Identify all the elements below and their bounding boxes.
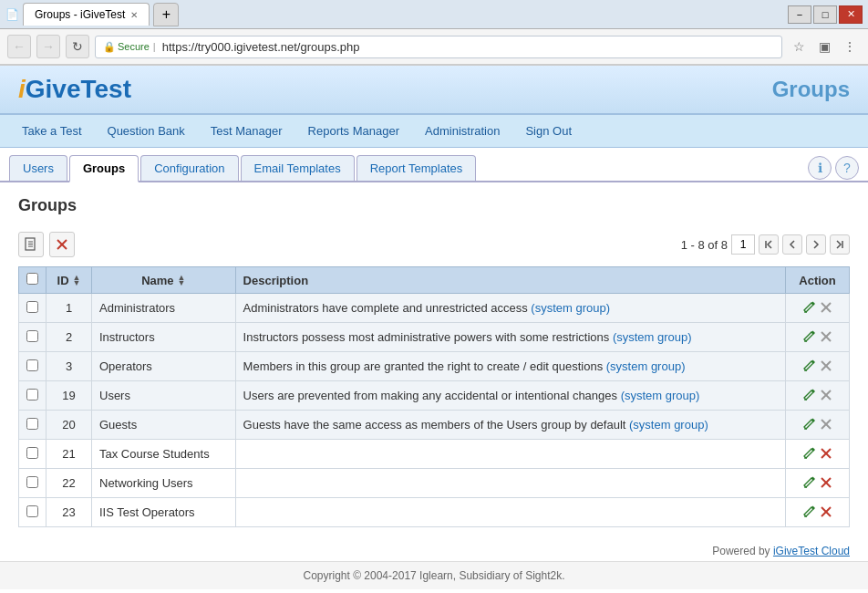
edit-btn[interactable] xyxy=(802,505,817,521)
close-btn[interactable]: ✕ xyxy=(839,5,863,24)
pagination: 1 - 8 of 8 xyxy=(681,234,850,255)
delete-btn[interactable] xyxy=(820,389,832,404)
tab-email-templates[interactable]: Email Templates xyxy=(241,155,355,181)
col-header-id: ID ▲▼ xyxy=(46,267,92,294)
cast-icon[interactable]: ▣ xyxy=(813,36,835,57)
select-all-checkbox[interactable] xyxy=(26,273,38,285)
row-checkbox[interactable] xyxy=(26,301,38,313)
active-tab[interactable]: Groups - iGiveTest ✕ xyxy=(23,3,150,26)
row-checkbox[interactable] xyxy=(26,447,38,459)
row-name: Instructors xyxy=(92,323,236,352)
delete-btn[interactable] xyxy=(820,359,832,375)
nav-question-bank[interactable]: Question Bank xyxy=(95,115,198,147)
address-actions: ☆ ▣ ⋮ xyxy=(788,36,861,57)
delete-btn[interactable] xyxy=(820,476,832,492)
edit-btn[interactable] xyxy=(802,389,817,404)
first-page-btn[interactable] xyxy=(759,234,779,255)
row-id: 1 xyxy=(46,294,92,323)
row-description: Administrators have complete and unrestr… xyxy=(235,294,785,323)
row-id: 3 xyxy=(46,352,92,381)
tab-close-btn[interactable]: ✕ xyxy=(130,10,138,20)
new-tab-btn[interactable]: + xyxy=(153,3,179,26)
row-actions xyxy=(786,411,850,440)
row-name: Users xyxy=(92,381,236,411)
tab-users[interactable]: Users xyxy=(9,155,67,181)
page-header: i GiveTest Groups xyxy=(0,66,868,115)
back-btn[interactable]: ← xyxy=(7,35,31,58)
forward-btn[interactable]: → xyxy=(36,35,60,58)
delete-btn[interactable] xyxy=(820,301,832,317)
secure-indicator: 🔒 Secure | xyxy=(103,41,158,53)
main-nav: Take a Test Question Bank Test Manager R… xyxy=(0,115,868,148)
edit-btn[interactable] xyxy=(802,418,817,433)
refresh-btn[interactable]: ↻ xyxy=(66,35,89,58)
last-page-btn[interactable] xyxy=(830,234,850,255)
edit-btn[interactable] xyxy=(802,476,817,492)
delete-selected-btn[interactable] xyxy=(49,232,75,257)
row-name: Tax Course Students xyxy=(92,440,236,469)
new-group-btn[interactable] xyxy=(18,232,44,257)
table-row: 23IIS Test Operators xyxy=(19,498,850,527)
next-page-btn[interactable] xyxy=(806,234,826,255)
delete-btn[interactable] xyxy=(820,330,832,346)
info-btn[interactable]: ℹ xyxy=(808,156,832,180)
nav-take-a-test[interactable]: Take a Test xyxy=(9,115,95,147)
edit-btn[interactable] xyxy=(802,447,817,463)
powered-link[interactable]: iGiveTest Cloud xyxy=(773,545,850,557)
nav-reports-manager[interactable]: Reports Manager xyxy=(295,115,412,147)
col-header-name: Name ▲▼ xyxy=(92,267,236,294)
delete-icon xyxy=(56,238,68,251)
last-page-icon xyxy=(834,239,845,250)
row-description: Guests have the same access as members o… xyxy=(235,411,785,440)
row-checkbox[interactable] xyxy=(26,389,38,401)
menu-icon[interactable]: ⋮ xyxy=(839,36,861,57)
row-checkbox[interactable] xyxy=(26,476,38,488)
row-actions xyxy=(786,498,850,527)
maximize-btn[interactable]: □ xyxy=(813,5,837,24)
row-id: 20 xyxy=(46,411,92,440)
row-actions xyxy=(786,469,850,498)
nav-test-manager[interactable]: Test Manager xyxy=(198,115,295,147)
table-row: 20GuestsGuests have the same access as m… xyxy=(19,411,850,440)
row-checkbox[interactable] xyxy=(26,505,38,517)
table-row: 22Networking Users xyxy=(19,469,850,498)
table-row: 21Tax Course Students xyxy=(19,440,850,469)
nav-sign-out[interactable]: Sign Out xyxy=(512,115,584,147)
tab-report-templates[interactable]: Report Templates xyxy=(356,155,477,181)
row-checkbox[interactable] xyxy=(26,330,38,342)
delete-btn[interactable] xyxy=(820,447,832,463)
edit-btn[interactable] xyxy=(802,301,817,317)
toolbar: 1 - 8 of 8 xyxy=(18,226,850,263)
id-sort-arrows[interactable]: ▲▼ xyxy=(73,275,81,286)
row-actions xyxy=(786,440,850,469)
row-name: Guests xyxy=(92,411,236,440)
row-checkbox[interactable] xyxy=(26,418,38,430)
table-row: 1AdministratorsAdministrators have compl… xyxy=(19,294,850,323)
copyright-text: Copyright © 2004-2017 Iglearn, Subsidiar… xyxy=(303,569,564,582)
groups-table: ID ▲▼ Name ▲▼ xyxy=(18,266,850,527)
edit-btn[interactable] xyxy=(802,330,817,346)
row-actions xyxy=(786,381,850,411)
minimize-btn[interactable]: − xyxy=(788,5,811,24)
tab-groups[interactable]: Groups xyxy=(69,155,139,182)
name-sort-arrows[interactable]: ▲▼ xyxy=(178,275,186,286)
row-description: Instructors possess most administrative … xyxy=(235,323,785,352)
lock-icon: 🔒 xyxy=(103,41,116,53)
page-number-input[interactable] xyxy=(731,234,755,255)
delete-btn[interactable] xyxy=(820,418,832,433)
table-row: 2InstructorsInstructors possess most adm… xyxy=(19,323,850,352)
row-id: 22 xyxy=(46,469,92,498)
prev-page-btn[interactable] xyxy=(782,234,802,255)
edit-btn[interactable] xyxy=(802,359,817,375)
tab-configuration[interactable]: Configuration xyxy=(140,155,238,181)
tab-actions: ℹ ? xyxy=(808,156,859,180)
url-bar[interactable]: 🔒 Secure | https://try000.igivetest.net/… xyxy=(95,36,782,58)
row-checkbox[interactable] xyxy=(26,359,38,371)
main-content: Groups 1 - 8 of 8 xyxy=(0,182,868,541)
bookmark-icon[interactable]: ☆ xyxy=(788,36,810,57)
nav-administration[interactable]: Administration xyxy=(412,115,512,147)
help-btn[interactable]: ? xyxy=(835,156,859,180)
row-name: Operators xyxy=(92,352,236,381)
delete-btn[interactable] xyxy=(820,505,832,521)
row-description: Members in this group are granted the ri… xyxy=(235,352,785,381)
